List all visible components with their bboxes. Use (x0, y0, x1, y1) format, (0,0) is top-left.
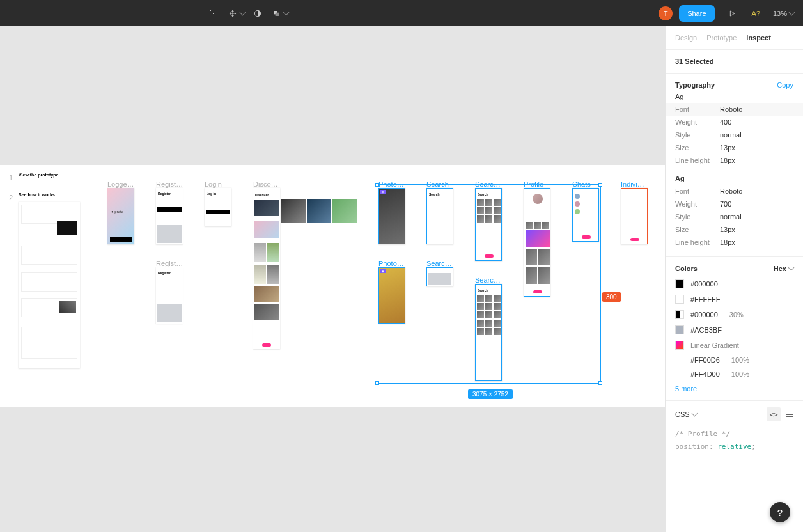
code-tail: ; (751, 442, 756, 451)
frame-label[interactable]: Login (205, 180, 222, 188)
move-tool-icon[interactable] (225, 3, 247, 24)
mini-text: Register (158, 192, 171, 196)
page-step-number: 2 (9, 194, 13, 201)
prop-key: Weight (675, 118, 720, 126)
mini-text: Search (429, 192, 440, 196)
code-icon[interactable]: <> (767, 407, 781, 421)
color-row[interactable]: #FF00D6100% (675, 353, 793, 367)
color-value: #ACB3BF (690, 326, 722, 334)
frame-register-2[interactable]: Register (156, 267, 183, 324)
code-lang-dropdown[interactable]: CSS (675, 411, 697, 418)
copy-button[interactable]: Copy (777, 81, 793, 89)
mini-text: Discover (255, 193, 269, 197)
typography-section: Typography Copy Ag FontRoboto Weight400 … (666, 74, 803, 257)
zoom-value: 13% (773, 10, 787, 17)
frame-label-selected[interactable]: Searc… (475, 180, 501, 188)
typography-title: Typography (675, 81, 715, 89)
color-row[interactable]: #000000 (675, 276, 793, 292)
distance-label: 300 (602, 292, 621, 302)
frame-label-selected[interactable]: Chats (572, 180, 591, 188)
selection-dims: 3075 × 2752 (468, 389, 513, 399)
thumb-image (332, 199, 357, 223)
frame-label-selected[interactable]: Searc… (475, 276, 501, 284)
list-icon[interactable] (786, 407, 793, 421)
frame-profile[interactable] (524, 188, 550, 297)
color-row[interactable]: Linear Gradient (675, 338, 793, 353)
color-value: #FFFFFF (690, 295, 720, 303)
frame-search2[interactable] (426, 267, 453, 286)
color-row[interactable]: #ACB3BF (675, 322, 793, 338)
help-button[interactable]: ? (770, 502, 790, 522)
frame-searc2[interactable]: Search (475, 284, 502, 381)
page-heading: View the prototype (19, 173, 59, 177)
prop-val: 13px (720, 226, 735, 233)
frame-search[interactable]: Search (426, 188, 453, 244)
frame-register[interactable]: Register (156, 188, 183, 244)
frame-login[interactable]: Log in (205, 188, 231, 226)
frame-label[interactable]: Disco… (253, 180, 278, 188)
play-icon[interactable] (721, 3, 743, 24)
avatar[interactable]: T (659, 6, 673, 20)
color-pct: 100% (731, 356, 749, 364)
doc-frame (19, 202, 80, 368)
svg-rect-2 (275, 12, 278, 15)
color-row[interactable]: #FFFFFF (675, 292, 793, 307)
canvas[interactable]: 1 2 View the prototype See how it works … (0, 26, 665, 532)
selection-summary: 31 Selected (666, 50, 803, 74)
zoom-dropdown[interactable]: 13% (769, 10, 798, 17)
frame-indiv[interactable] (621, 188, 648, 244)
tag: ◈ (380, 190, 386, 194)
prop-key: Style (675, 213, 720, 221)
frame-label-selected[interactable]: Indivi… (621, 180, 644, 188)
mini-text: Search (478, 288, 488, 292)
frame-label-selected[interactable]: Searc… (426, 260, 452, 267)
component-icon[interactable] (269, 3, 290, 24)
color-value: #FF4D00 (690, 370, 720, 378)
back-icon[interactable] (203, 3, 225, 24)
frame-label[interactable]: Regist… (156, 180, 183, 188)
chevron-down-icon (789, 9, 795, 15)
missing-fonts-icon[interactable]: A? (749, 10, 763, 17)
panel-tabs: Design Prototype Inspect (666, 26, 803, 50)
prop-key: Font (675, 106, 720, 113)
tab-inspect[interactable]: Inspect (746, 34, 771, 49)
colors-title: Colors (675, 265, 698, 272)
prop-val: Roboto (720, 187, 742, 195)
color-value: Linear Gradient (690, 341, 739, 349)
color-value: #000000 (690, 280, 718, 288)
mini-text: Register (158, 271, 171, 275)
thumb-image (281, 199, 306, 223)
tab-design[interactable]: Design (675, 34, 697, 49)
frame-discover[interactable]: Discover (253, 188, 280, 349)
prop-val: 400 (720, 118, 731, 126)
contrast-icon[interactable] (247, 3, 269, 24)
frame-label[interactable]: Logge… (107, 180, 134, 188)
share-button[interactable]: Share (679, 5, 714, 22)
type-sample-bold: Ag (675, 175, 793, 182)
color-row[interactable]: #00000030% (675, 307, 793, 322)
color-mode-dropdown[interactable]: Hex (774, 265, 793, 272)
colors-more[interactable]: 5 more (675, 385, 793, 393)
frame-photo[interactable]: ◈ (378, 188, 405, 244)
prop-val: 18px (720, 239, 735, 246)
tab-prototype[interactable]: Prototype (706, 34, 737, 49)
css-section: CSS <> /* Profile */ position: relative; (666, 401, 803, 463)
color-value: #FF00D6 (690, 356, 720, 364)
frame-label-selected[interactable]: Photo… (378, 260, 404, 267)
prop-key: Size (675, 144, 720, 152)
prop-val: normal (720, 213, 742, 221)
distance-guide (621, 244, 621, 295)
prop-val: 13px (720, 144, 735, 152)
mini-text: Search (478, 192, 488, 196)
frame-searc[interactable]: Search (475, 188, 502, 261)
frame-photo2[interactable]: ◈ (378, 267, 405, 324)
frame-logged[interactable]: ● proto (107, 188, 134, 244)
frame-label-selected[interactable]: Search (426, 180, 449, 188)
prop-key: Weight (675, 200, 720, 208)
color-row[interactable]: #FF4D00100% (675, 367, 793, 381)
colors-section: Colors Hex #000000 #FFFFFF #00000030% #A… (666, 257, 803, 401)
frame-label-selected[interactable]: Photo… (378, 180, 404, 188)
frame-label[interactable]: Regist… (156, 260, 183, 267)
frame-label-selected[interactable]: Profile (524, 180, 543, 188)
frame-chats[interactable] (572, 188, 599, 242)
